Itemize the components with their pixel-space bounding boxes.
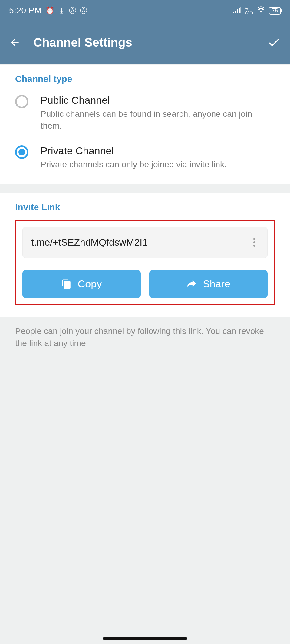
radio-private-channel[interactable]: Private Channel Private channels can onl…	[15, 145, 275, 170]
more-status-icon: ··	[91, 6, 95, 15]
battery-indicator: 75	[269, 7, 281, 15]
highlight-annotation: t.me/+tSEZhdMQfdswM2I1 Copy Share	[15, 220, 275, 305]
done-button[interactable]	[263, 35, 281, 49]
radio-label: Private Channel	[41, 145, 227, 157]
share-label: Share	[203, 278, 230, 290]
radio-public-channel[interactable]: Public Channel Public channels can be fo…	[15, 94, 275, 132]
invite-link-title: Invite Link	[15, 202, 275, 212]
app-bar: Channel Settings	[0, 21, 290, 64]
copy-icon	[61, 279, 72, 289]
arrow-left-icon	[9, 37, 21, 48]
copy-label: Copy	[78, 278, 102, 290]
footer-note: People can join your channel by followin…	[0, 317, 290, 358]
radio-label: Public Channel	[41, 94, 275, 106]
home-indicator[interactable]	[103, 637, 187, 640]
channel-type-section: Channel type Public Channel Public chann…	[0, 65, 290, 184]
download-icon: ⭳	[58, 6, 65, 15]
radio-icon	[15, 95, 28, 108]
wifi-icon	[257, 6, 265, 15]
check-icon	[267, 35, 281, 49]
share-button[interactable]: Share	[149, 270, 268, 298]
more-options-button[interactable]	[250, 238, 259, 247]
radio-desc: Public channels can be found in search, …	[41, 108, 275, 132]
status-right: VoWiFi 75	[233, 6, 281, 15]
status-time: 5:20 PM	[9, 6, 42, 15]
back-button[interactable]	[9, 37, 33, 48]
status-bar: 5:20 PM ⏰ ⭳ Ⓐ Ⓐ ·· VoWiFi 75	[0, 0, 290, 21]
channel-type-title: Channel type	[15, 74, 275, 84]
radio-icon-selected	[15, 145, 28, 159]
alarm-icon: ⏰	[45, 6, 54, 15]
page-title: Channel Settings	[33, 36, 263, 49]
androidauto-icon-2: Ⓐ	[80, 6, 87, 15]
invite-link-section: Invite Link t.me/+tSEZhdMQfdswM2I1 Copy …	[0, 193, 290, 317]
button-row: Copy Share	[22, 270, 268, 298]
radio-desc: Private channels can only be joined via …	[41, 159, 227, 170]
invite-link-field[interactable]: t.me/+tSEZhdMQfdswM2I1	[22, 227, 268, 258]
invite-link-text: t.me/+tSEZhdMQfdswM2I1	[31, 237, 148, 248]
status-left: 5:20 PM ⏰ ⭳ Ⓐ Ⓐ ··	[9, 6, 95, 15]
copy-button[interactable]: Copy	[22, 270, 141, 298]
share-icon	[186, 279, 197, 289]
vowifi-label: VoWiFi	[245, 6, 253, 15]
androidauto-icon: Ⓐ	[69, 6, 76, 15]
signal-icon	[233, 6, 241, 15]
